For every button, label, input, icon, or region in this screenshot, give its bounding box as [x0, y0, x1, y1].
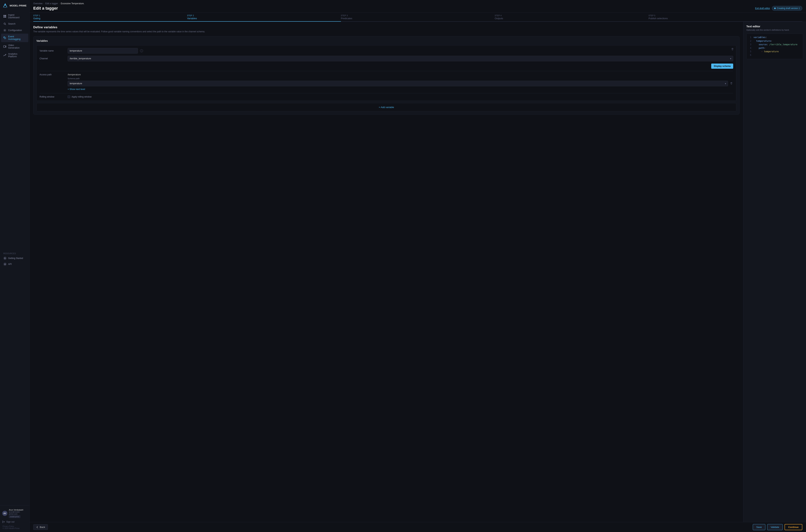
sidebar-item-getting-started[interactable]: G Getting Started	[1, 255, 28, 261]
sidebar-item-api[interactable]: A API	[1, 261, 28, 267]
page-header: Overview › Edit a tagger › Excessive Tem…	[30, 0, 806, 13]
code-line-1: 1 variables:	[748, 36, 801, 39]
sign-out-button[interactable]: Sign out	[1, 519, 28, 524]
rolling-window-label: Rolling window	[40, 95, 65, 98]
code-line-4: 4 path:	[748, 46, 801, 50]
text-editor-title: Text editor	[746, 25, 803, 28]
step-3[interactable]: STEP 3 Predicates	[341, 13, 495, 22]
footer-left: Back	[33, 524, 48, 530]
creating-badge-label: Creating draft version 1	[777, 7, 800, 10]
step-4[interactable]: STEP 4 Outputs	[495, 13, 649, 22]
sidebar-bottom: AV Arun Venkatadri arun@model-prime.com …	[0, 505, 30, 532]
display-schema-row: Display schema	[40, 63, 733, 69]
add-variable-button[interactable]: + Add variable	[36, 103, 736, 111]
delete-schema-path-button[interactable]	[730, 81, 733, 86]
logo[interactable]: MODEL·PRIME	[0, 0, 30, 11]
svg-line-6	[5, 24, 6, 25]
video-icon	[3, 45, 6, 48]
channel-select[interactable]: /terrible_temperature	[68, 56, 733, 61]
schema-path-select[interactable]: temperature	[68, 81, 728, 86]
step-4-name: Outputs	[495, 17, 649, 20]
config-icon	[3, 29, 6, 32]
sidebar: MODEL·PRIME Ingest Dashboard Search Conf…	[0, 0, 30, 532]
sidebar-item-ingest-dashboard[interactable]: Ingest Dashboard	[1, 12, 28, 20]
text-editor-desc: Optionally edit this section's definitio…	[746, 28, 803, 32]
continue-button[interactable]: Continue	[785, 524, 802, 530]
text-editor-panel: Text editor Optionally edit this section…	[743, 22, 806, 522]
svg-point-8	[4, 37, 4, 38]
breadcrumb-edit-tagger[interactable]: Edit a tagger	[45, 2, 58, 5]
user-details: Arun Venkatadri arun@model-prime.com mod…	[9, 509, 27, 518]
channel-select-wrapper: /terrible_temperature ▾	[68, 56, 733, 61]
back-button[interactable]: Back	[33, 524, 48, 530]
sidebar-item-analytics-platform[interactable]: Analytics Platform	[1, 51, 28, 59]
step-1-num: STEP 1	[33, 15, 187, 17]
sidebar-nav: Ingest Dashboard Search Configuration Ev…	[0, 11, 30, 250]
code-line-2: 2 temperature:	[748, 39, 801, 43]
schema-path-label: Schema path	[68, 77, 733, 80]
variables-card: Variables Variable name i	[33, 36, 739, 115]
save-button[interactable]: Save	[753, 524, 765, 530]
breadcrumb: Overview › Edit a tagger › Excessive Tem…	[33, 2, 802, 5]
user-info: AV Arun Venkatadri arun@model-prime.com …	[1, 507, 28, 519]
svg-rect-4	[5, 16, 6, 18]
delete-variable-button[interactable]	[731, 47, 734, 52]
sidebar-item-label: Event Autotagging	[8, 35, 26, 40]
resources-section: Resources G Getting Started A API	[0, 250, 30, 268]
step-2[interactable]: STEP 2 Variables	[187, 13, 341, 22]
header-actions: Exit draft editor Creating draft version…	[755, 6, 802, 11]
define-section-desc: The variable represents the time series …	[33, 30, 739, 33]
add-variable-label: + Add variable	[379, 106, 394, 109]
code-line-6: 6	[748, 53, 801, 57]
step-1[interactable]: STEP 1 Gating	[33, 13, 187, 22]
footer-right: Save Validate Continue	[753, 524, 802, 530]
sign-out-label: Sign out	[6, 520, 14, 523]
exit-draft-button[interactable]: Exit draft editor	[755, 7, 770, 10]
svg-point-7	[4, 30, 5, 31]
logo-icon	[2, 3, 8, 8]
variable-name-label: Variable name	[40, 50, 65, 52]
schema-path-select-wrapper: temperature ▾	[68, 81, 728, 86]
svg-point-5	[4, 23, 5, 24]
rolling-window-checkbox[interactable]	[68, 95, 70, 98]
step-5-num: STEP 5	[649, 15, 802, 17]
avatar: AV	[2, 511, 7, 516]
main-content: Overview › Edit a tagger › Excessive Tem…	[30, 0, 806, 532]
step-5[interactable]: STEP 5 Publish selections	[649, 13, 802, 22]
variable-name-input[interactable]	[68, 48, 138, 54]
step-1-name: Gating	[33, 17, 187, 20]
code-editor[interactable]: 1 variables: 2 temperature: 3 source: /t…	[746, 34, 803, 59]
schema-path-row: temperature ▾	[68, 81, 733, 86]
divider-2	[40, 93, 733, 93]
variable-name-row: Variable name i	[40, 48, 733, 54]
rolling-window-row: Rolling window Apply rolling window	[40, 95, 733, 98]
footer-bar: Back Save Validate Continue	[30, 522, 806, 532]
sidebar-item-search[interactable]: Search	[1, 21, 28, 27]
info-icon[interactable]: i	[140, 49, 143, 52]
tag-icon	[3, 36, 6, 39]
validate-button[interactable]: Validate	[767, 524, 783, 530]
sidebar-item-configuration[interactable]: Configuration	[1, 27, 28, 34]
rolling-window-checkbox-label[interactable]: Apply rolling window	[68, 95, 92, 98]
step-4-num: STEP 4	[495, 15, 649, 17]
getting-started-label: Getting Started	[8, 257, 23, 260]
svg-point-0	[4, 4, 6, 5]
show-next-level-button[interactable]: + Show next level	[68, 88, 85, 91]
breadcrumb-current: Excessive Temperature.	[61, 2, 85, 5]
trash-icon	[731, 48, 734, 51]
define-section-title: Define variables	[33, 25, 739, 29]
api-abbr: A	[3, 263, 7, 266]
sidebar-item-event-autotagging[interactable]: Event Autotagging	[1, 34, 28, 42]
back-arrow-icon	[36, 526, 39, 529]
content-area: Define variables The variable represents…	[30, 22, 806, 522]
sidebar-item-label: Search	[8, 22, 16, 25]
trash-icon	[730, 82, 733, 84]
breadcrumb-sep-2: ›	[59, 3, 59, 5]
sidebar-item-video-generation[interactable]: Video Generation	[1, 42, 28, 51]
creating-draft-badge: Creating draft version 1	[772, 6, 802, 11]
step-2-name: Variables	[187, 17, 341, 20]
breadcrumb-overview[interactable]: Overview	[33, 2, 42, 5]
privacy-policy-link[interactable]: Privacy Policy	[3, 525, 14, 527]
step-2-num: STEP 2	[187, 15, 341, 17]
display-schema-button[interactable]: Display schema	[711, 63, 733, 69]
